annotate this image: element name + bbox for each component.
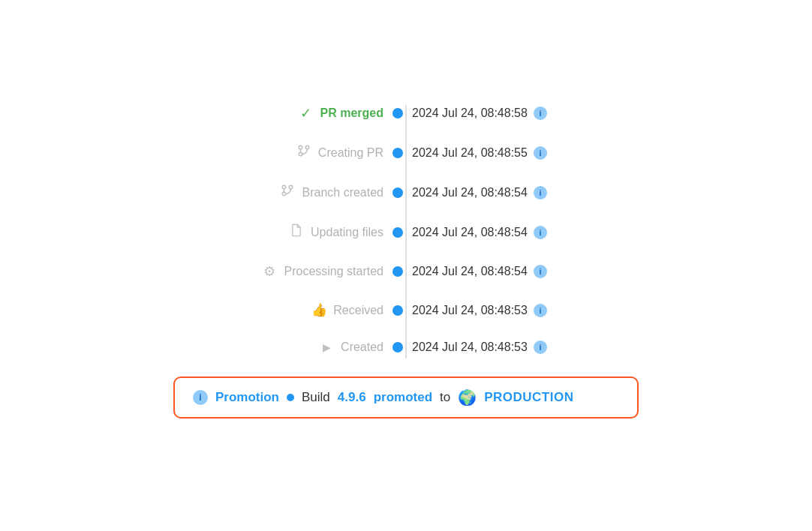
item-label: PR merged: [320, 106, 383, 120]
play-icon: ▶: [318, 341, 335, 353]
promotion-promoted-text: promoted: [374, 390, 432, 405]
thumbsup-icon: 👍: [311, 302, 327, 318]
item-label: Branch created: [302, 186, 383, 200]
item-left: Updating files: [173, 224, 383, 241]
item-right: 2024 Jul 24, 08:48:53 i: [412, 304, 607, 317]
check-icon: ✓: [298, 105, 314, 122]
timeline: ✓ PR merged 2024 Jul 24, 08:48:58 i Crea…: [173, 105, 639, 418]
gear-icon: ⚙: [261, 263, 278, 280]
item-left: Creating PR: [173, 144, 383, 161]
timeline-item: ⚙ Processing started 2024 Jul 24, 08:48:…: [173, 263, 639, 280]
item-right: 2024 Jul 24, 08:48:53 i: [412, 340, 607, 354]
globe-icon: 🌍: [458, 388, 477, 406]
item-label: Updating files: [311, 226, 383, 239]
info-icon[interactable]: i: [534, 226, 547, 239]
promotion-info-icon[interactable]: i: [193, 390, 208, 405]
item-left: Branch created: [173, 184, 383, 201]
promotion-production-label: PRODUCTION: [484, 390, 573, 405]
info-icon[interactable]: i: [534, 106, 547, 120]
timeline-item: ✓ PR merged 2024 Jul 24, 08:48:58 i: [173, 105, 639, 122]
timeline-item: Branch created 2024 Jul 24, 08:48:54 i: [173, 184, 639, 201]
info-icon[interactable]: i: [534, 146, 547, 160]
item-right: 2024 Jul 24, 08:48:58 i: [412, 106, 607, 120]
item-right: 2024 Jul 24, 08:48:54 i: [412, 226, 607, 239]
promotion-banner: i Promotion Build 4.9.6 promoted to 🌍 PR…: [173, 376, 639, 418]
git-branch-icon: [279, 184, 296, 201]
timeline-dot: [392, 188, 403, 198]
timeline-item: Creating PR 2024 Jul 24, 08:48:55 i: [173, 144, 639, 161]
promotion-build-text: Build: [302, 390, 330, 405]
info-icon[interactable]: i: [534, 304, 547, 317]
main-container: ✓ PR merged 2024 Jul 24, 08:48:58 i Crea…: [143, 90, 669, 441]
item-label: Created: [341, 340, 383, 354]
timestamp: 2024 Jul 24, 08:48:55: [412, 146, 528, 160]
item-label: Creating PR: [318, 146, 383, 160]
promotion-label: Promotion: [215, 390, 279, 405]
timeline-item: 👍 Received 2024 Jul 24, 08:48:53 i: [173, 302, 639, 318]
item-right: 2024 Jul 24, 08:48:55 i: [412, 146, 607, 160]
file-icon: [288, 224, 305, 241]
timestamp: 2024 Jul 24, 08:48:54: [412, 186, 528, 200]
info-icon[interactable]: i: [534, 186, 547, 200]
promotion-to-text: to: [440, 390, 450, 405]
timeline-dot: [392, 266, 403, 277]
info-icon[interactable]: i: [534, 340, 547, 354]
item-label: Received: [333, 304, 383, 317]
timeline-item: Updating files 2024 Jul 24, 08:48:54 i: [173, 224, 639, 241]
item-left: ⚙ Processing started: [173, 263, 383, 280]
timeline-dot: [392, 148, 403, 158]
info-icon[interactable]: i: [534, 265, 547, 278]
git-branch-icon: [296, 144, 312, 161]
promotion-version: 4.9.6: [338, 390, 366, 405]
timestamp: 2024 Jul 24, 08:48:54: [412, 226, 528, 239]
item-right: 2024 Jul 24, 08:48:54 i: [412, 186, 607, 200]
item-left: ✓ PR merged: [173, 105, 383, 122]
promotion-dot: [287, 394, 294, 401]
item-right: 2024 Jul 24, 08:48:54 i: [412, 265, 607, 278]
timeline-dot: [392, 342, 403, 352]
timestamp: 2024 Jul 24, 08:48:54: [412, 265, 528, 278]
timestamp: 2024 Jul 24, 08:48:58: [412, 106, 528, 120]
item-left: ▶ Created: [173, 340, 383, 354]
timeline-item: ▶ Created 2024 Jul 24, 08:48:53 i: [173, 340, 639, 354]
timeline-dot: [392, 227, 403, 238]
item-left: 👍 Received: [173, 302, 383, 318]
timestamp: 2024 Jul 24, 08:48:53: [412, 304, 528, 317]
item-label: Processing started: [284, 265, 383, 278]
timestamp: 2024 Jul 24, 08:48:53: [412, 340, 528, 354]
timeline-dot: [392, 305, 403, 316]
timeline-dot: [392, 108, 403, 118]
